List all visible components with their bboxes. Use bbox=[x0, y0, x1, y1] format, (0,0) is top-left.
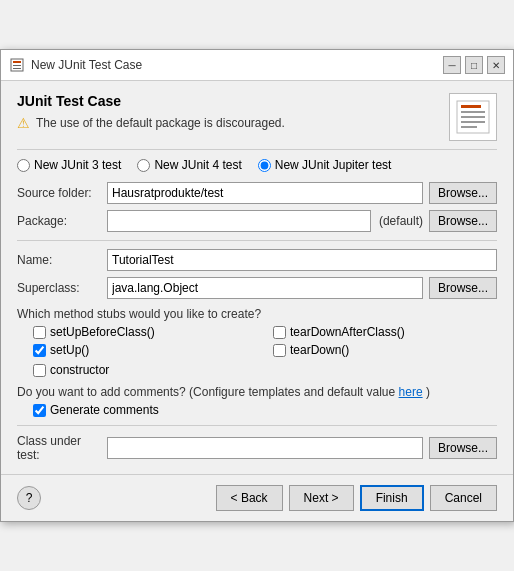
superclass-label: Superclass: bbox=[17, 281, 107, 295]
class-under-test-input[interactable] bbox=[107, 437, 423, 459]
close-button[interactable]: ✕ bbox=[487, 56, 505, 74]
radio-junit3[interactable]: New JUnit 3 test bbox=[17, 158, 121, 172]
source-folder-row: Source folder: Browse... bbox=[17, 182, 497, 204]
check-setup[interactable]: setUp() bbox=[33, 343, 257, 357]
warning-icon: ⚠ bbox=[17, 115, 30, 131]
dialog-content: JUnit Test Case ⚠ The use of the default… bbox=[1, 81, 513, 474]
check-setupbeforeclass-input[interactable] bbox=[33, 326, 46, 339]
svg-rect-5 bbox=[461, 105, 481, 108]
comments-question-end: ) bbox=[426, 385, 430, 399]
footer-right: < Back Next > Finish Cancel bbox=[216, 485, 497, 511]
test-type-radio-group: New JUnit 3 test New JUnit 4 test New JU… bbox=[17, 158, 497, 172]
next-button[interactable]: Next > bbox=[289, 485, 354, 511]
radio-jupiter-label: New JUnit Jupiter test bbox=[275, 158, 392, 172]
comments-section: Do you want to add comments? (Configure … bbox=[17, 385, 497, 417]
footer-left: ? bbox=[17, 486, 41, 510]
source-folder-label: Source folder: bbox=[17, 186, 107, 200]
svg-rect-6 bbox=[461, 111, 485, 113]
window-icon bbox=[9, 57, 25, 73]
check-constructor-label: constructor bbox=[50, 363, 109, 377]
name-row: Name: bbox=[17, 249, 497, 271]
separator-1 bbox=[17, 149, 497, 150]
check-constructor[interactable]: constructor bbox=[33, 363, 497, 377]
check-teardownafterclass-label: tearDownAfterClass() bbox=[290, 325, 405, 339]
back-button[interactable]: < Back bbox=[216, 485, 283, 511]
radio-junit4[interactable]: New JUnit 4 test bbox=[137, 158, 241, 172]
help-button[interactable]: ? bbox=[17, 486, 41, 510]
check-setupbeforeclass[interactable]: setUpBeforeClass() bbox=[33, 325, 257, 339]
cancel-button[interactable]: Cancel bbox=[430, 485, 497, 511]
radio-jupiter[interactable]: New JUnit Jupiter test bbox=[258, 158, 392, 172]
check-constructor-input[interactable] bbox=[33, 364, 46, 377]
package-input-group: (default) bbox=[107, 210, 423, 232]
class-under-test-row: Class under test: Browse... bbox=[17, 434, 497, 462]
header-left: JUnit Test Case ⚠ The use of the default… bbox=[17, 93, 285, 131]
name-input[interactable] bbox=[107, 249, 497, 271]
maximize-button[interactable]: □ bbox=[465, 56, 483, 74]
name-label: Name: bbox=[17, 253, 107, 267]
check-generate-comments[interactable]: Generate comments bbox=[33, 403, 159, 417]
finish-button[interactable]: Finish bbox=[360, 485, 424, 511]
warning-text: The use of the default package is discou… bbox=[36, 116, 285, 130]
title-bar: New JUnit Test Case ─ □ ✕ bbox=[1, 50, 513, 81]
separator-3 bbox=[17, 425, 497, 426]
stubs-grid: setUpBeforeClass() tearDownAfterClass() … bbox=[33, 325, 497, 357]
minimize-button[interactable]: ─ bbox=[443, 56, 461, 74]
check-teardownafterclass-input[interactable] bbox=[273, 326, 286, 339]
check-setup-input[interactable] bbox=[33, 344, 46, 357]
check-teardown-input[interactable] bbox=[273, 344, 286, 357]
superclass-input[interactable] bbox=[107, 277, 423, 299]
dialog-footer: ? < Back Next > Finish Cancel bbox=[1, 474, 513, 521]
radio-junit4-label: New JUnit 4 test bbox=[154, 158, 241, 172]
class-under-test-label: Class under test: bbox=[17, 434, 107, 462]
svg-rect-2 bbox=[13, 65, 21, 66]
junit-icon-box bbox=[449, 93, 497, 141]
radio-junit4-input[interactable] bbox=[137, 159, 150, 172]
radio-jupiter-input[interactable] bbox=[258, 159, 271, 172]
package-default-text: (default) bbox=[379, 214, 423, 228]
source-folder-browse-button[interactable]: Browse... bbox=[429, 182, 497, 204]
comments-question: Do you want to add comments? (Configure … bbox=[17, 385, 497, 399]
svg-rect-7 bbox=[461, 116, 485, 118]
header-section: JUnit Test Case ⚠ The use of the default… bbox=[17, 93, 497, 141]
check-generate-comments-input[interactable] bbox=[33, 404, 46, 417]
package-row: Package: (default) Browse... bbox=[17, 210, 497, 232]
stubs-question: Which method stubs would you like to cre… bbox=[17, 307, 497, 321]
svg-rect-1 bbox=[13, 61, 21, 63]
superclass-browse-button[interactable]: Browse... bbox=[429, 277, 497, 299]
separator-2 bbox=[17, 240, 497, 241]
package-label: Package: bbox=[17, 214, 107, 228]
check-setupbeforeclass-label: setUpBeforeClass() bbox=[50, 325, 155, 339]
comments-link[interactable]: here bbox=[399, 385, 423, 399]
comments-question-text: Do you want to add comments? (Configure … bbox=[17, 385, 395, 399]
check-teardown-label: tearDown() bbox=[290, 343, 349, 357]
check-generate-comments-label: Generate comments bbox=[50, 403, 159, 417]
title-bar-text: New JUnit Test Case bbox=[31, 58, 142, 72]
package-browse-button[interactable]: Browse... bbox=[429, 210, 497, 232]
warning-row: ⚠ The use of the default package is disc… bbox=[17, 115, 285, 131]
package-input[interactable] bbox=[107, 210, 371, 232]
window-controls: ─ □ ✕ bbox=[443, 56, 505, 74]
svg-rect-8 bbox=[461, 121, 485, 123]
svg-rect-9 bbox=[461, 126, 477, 128]
comments-check-row: Generate comments bbox=[33, 403, 497, 417]
source-folder-input[interactable] bbox=[107, 182, 423, 204]
check-teardownafterclass[interactable]: tearDownAfterClass() bbox=[273, 325, 497, 339]
check-setup-label: setUp() bbox=[50, 343, 89, 357]
class-under-test-browse-button[interactable]: Browse... bbox=[429, 437, 497, 459]
radio-junit3-label: New JUnit 3 test bbox=[34, 158, 121, 172]
dialog-title: JUnit Test Case bbox=[17, 93, 285, 109]
superclass-row: Superclass: Browse... bbox=[17, 277, 497, 299]
dialog-window: New JUnit Test Case ─ □ ✕ JUnit Test Cas… bbox=[0, 49, 514, 522]
check-teardown[interactable]: tearDown() bbox=[273, 343, 497, 357]
svg-rect-3 bbox=[13, 68, 21, 69]
radio-junit3-input[interactable] bbox=[17, 159, 30, 172]
